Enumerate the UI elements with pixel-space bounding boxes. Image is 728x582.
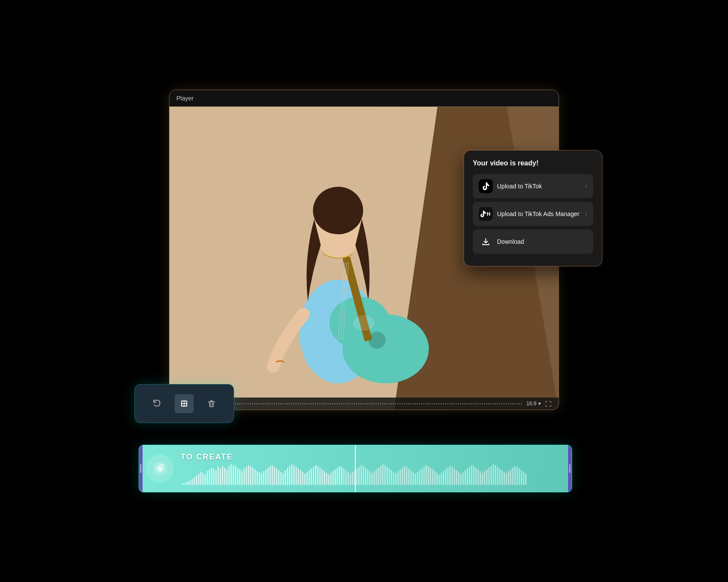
waveform-bar	[525, 474, 526, 485]
aspect-ratio-label: 16:9	[526, 401, 536, 407]
waveform-bar	[374, 471, 375, 485]
waveform-bar	[259, 472, 260, 485]
waveform-bar	[211, 468, 212, 485]
waveform-bar	[335, 469, 336, 485]
track-icon	[146, 455, 174, 482]
delete-button[interactable]	[202, 394, 221, 413]
chevron-down-icon: ▾	[538, 401, 541, 407]
tiktok-ads-option-label: Upload to TikTok Ads Manager	[497, 210, 579, 217]
waveform-bar	[430, 468, 431, 485]
tiktok-icon	[479, 179, 493, 193]
waveform-bar	[402, 468, 403, 485]
waveform-bar	[205, 475, 206, 485]
waveform-bar	[248, 465, 249, 485]
waveform-bar	[272, 465, 273, 485]
waveform-bar	[410, 470, 412, 485]
waveform-bar	[196, 475, 197, 485]
waveform-bar	[226, 469, 228, 485]
svg-point-4	[313, 187, 363, 234]
waveform-bar	[339, 466, 340, 485]
waveform-bar	[363, 466, 364, 485]
waveform-bar	[241, 471, 243, 485]
waveform-bar	[228, 466, 230, 485]
waveform-bar	[276, 469, 277, 485]
waveform-bar	[488, 468, 490, 485]
waveform-bar	[304, 474, 306, 485]
waveform-bar	[508, 471, 509, 485]
trim-handle-left[interactable]	[139, 445, 143, 492]
waveform-bar	[521, 470, 522, 485]
waveform-bar	[397, 471, 399, 485]
waveform-bar	[218, 467, 219, 485]
undo-button[interactable]	[147, 394, 166, 413]
waveform-bar	[306, 472, 308, 485]
download-icon	[479, 235, 493, 249]
waveform-bar	[187, 482, 188, 485]
waveform-bar	[404, 466, 405, 485]
waveform-bar	[315, 465, 316, 485]
waveform-bar	[384, 465, 386, 485]
waveform-bar	[417, 472, 418, 485]
waveform-bar	[495, 465, 496, 485]
player-title: Player	[176, 95, 194, 102]
waveform-bar	[519, 469, 520, 485]
timeline-bar[interactable]: TO CREATE	[139, 445, 572, 492]
waveform-bar	[239, 469, 240, 485]
waveform-bar	[478, 469, 479, 485]
waveform-bar	[298, 469, 299, 485]
waveform-bar	[475, 468, 477, 485]
upload-tiktok-ads-option[interactable]: Upload to TikTok Ads Manager ›	[473, 202, 593, 226]
waveform-bar	[337, 468, 338, 485]
waveform-bar	[317, 466, 318, 485]
tiktok-ads-icon	[479, 207, 493, 221]
waveform-bar	[426, 465, 427, 485]
waveform-bar	[254, 469, 256, 485]
option-left-tiktok-ads: Upload to TikTok Ads Manager	[479, 207, 579, 221]
waveform-bar	[289, 466, 290, 485]
controls-toolbar	[134, 384, 234, 423]
waveform-bar	[319, 468, 321, 485]
download-option-label: Download	[497, 238, 524, 245]
waveform-bar	[391, 470, 392, 485]
waveform-bar	[517, 467, 518, 485]
download-option[interactable]: Download	[473, 230, 593, 254]
waveform-bar	[285, 470, 286, 485]
waveform-bar	[419, 470, 420, 485]
waveform-bar	[506, 473, 507, 485]
aspect-ratio-btn[interactable]: 16:9 ▾	[526, 401, 541, 407]
waveform-bar	[445, 469, 446, 485]
waveform-bar	[510, 469, 511, 485]
fullscreen-icon[interactable]: ⛶	[545, 400, 552, 407]
svg-point-21	[159, 467, 161, 470]
waveform-bar	[380, 466, 381, 485]
waveform-bar	[421, 469, 422, 485]
trim-handle-right[interactable]	[568, 445, 572, 492]
trim-button[interactable]	[175, 394, 194, 413]
waveform-bar	[198, 474, 199, 485]
waveform-bar	[462, 472, 464, 485]
waveform-bar	[296, 467, 297, 485]
waveform-bar	[350, 474, 351, 485]
waveform-bar	[352, 472, 353, 485]
waveform-bar	[447, 468, 448, 485]
waveform-bar	[207, 471, 208, 485]
waveform-bar	[467, 469, 468, 485]
tiktok-chevron-icon: ›	[585, 182, 587, 190]
waveform-bar	[213, 469, 214, 485]
waveform-bar	[200, 472, 202, 485]
waveform-bar	[194, 477, 195, 485]
waveform-bar	[270, 466, 271, 485]
waveform-bar	[471, 465, 472, 485]
waveform-bar	[345, 470, 347, 485]
waveform-bar	[192, 479, 193, 485]
waveform-bar	[300, 470, 301, 485]
waveform-bar	[309, 470, 310, 485]
waveform-bar	[465, 470, 466, 485]
waveform-bar	[189, 481, 191, 485]
upload-tiktok-option[interactable]: Upload to TikTok ›	[473, 174, 593, 198]
waveform-bar	[257, 471, 258, 485]
waveform-bar	[261, 473, 262, 485]
waveform-bar	[491, 466, 492, 485]
waveform-bar	[302, 472, 303, 485]
waveform-bar	[322, 469, 323, 485]
